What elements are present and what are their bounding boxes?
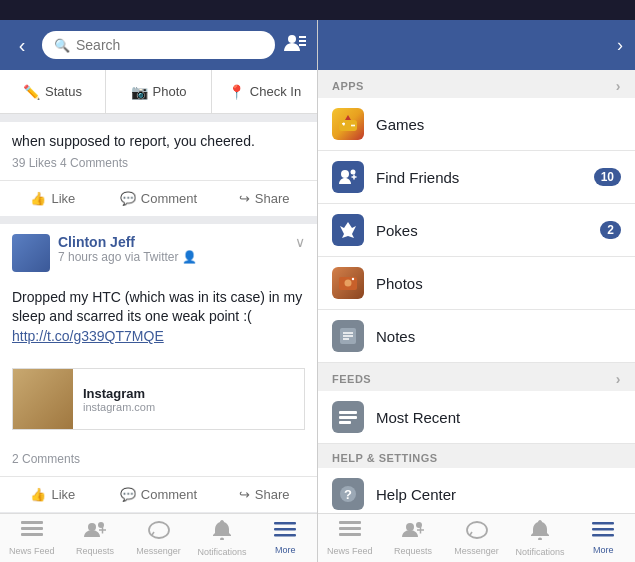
section-chevron-apps[interactable]: › — [616, 78, 621, 94]
share-button-2[interactable]: ↪ Share — [211, 483, 317, 506]
post-actions: 👍 Like 💬 Comment ↪ Share — [0, 180, 317, 216]
comment-button[interactable]: 💬 Comment — [106, 187, 212, 210]
post-text-2: Dropped my HTC (which was in its case) i… — [12, 288, 305, 347]
author-name[interactable]: Clinton Jeff — [58, 234, 287, 250]
photo-button[interactable]: 📷 Photo — [106, 70, 212, 113]
find-friends-badge: 10 — [594, 168, 621, 186]
search-icon: 🔍 — [54, 38, 70, 53]
twitter-icon: 👤 — [182, 250, 197, 264]
section-header-feeds: FEEDS › — [318, 363, 635, 391]
find-friends-label: Find Friends — [376, 169, 582, 186]
svg-point-52 — [538, 537, 542, 540]
comment-button-2[interactable]: 💬 Comment — [106, 483, 212, 506]
pokes-label: Pokes — [376, 222, 588, 239]
right-panel: › APPS › Games — [318, 20, 635, 562]
tab-requests-left[interactable]: Requests — [63, 514, 126, 562]
svg-point-20 — [351, 125, 353, 127]
tab-notifications-right[interactable]: Notifications — [508, 514, 571, 562]
checkin-button[interactable]: 📍 Check In — [212, 70, 317, 113]
svg-rect-45 — [339, 527, 361, 530]
tab-label: Requests — [76, 546, 114, 556]
comment-count: 2 Comments — [12, 452, 305, 466]
photos-icon — [332, 267, 364, 299]
help-center-icon: ? — [332, 478, 364, 510]
svg-point-47 — [406, 523, 414, 531]
svg-rect-53 — [592, 522, 614, 525]
pokes-icon — [332, 214, 364, 246]
section-header-help: HELP & SETTINGS — [318, 444, 635, 468]
right-content: APPS › Games — [318, 70, 635, 513]
like-label: Like — [51, 191, 75, 206]
menu-item-pokes[interactable]: Pokes 2 — [318, 204, 635, 257]
svg-rect-55 — [592, 534, 614, 537]
post-header: Clinton Jeff 7 hours ago via Twitter 👤 ∨ — [0, 224, 317, 278]
tab-label: More — [593, 545, 614, 555]
tab-more-right[interactable]: More — [572, 514, 635, 562]
menu-item-find-friends[interactable]: Find Friends 10 — [318, 151, 635, 204]
post-time: 7 hours ago via Twitter 👤 — [58, 250, 287, 264]
menu-item-most-recent[interactable]: Most Recent — [318, 391, 635, 444]
back-button[interactable]: ‹ — [10, 34, 34, 57]
tab-messenger-right[interactable]: Messenger — [445, 514, 508, 562]
tab-messenger-left[interactable]: Messenger — [127, 514, 190, 562]
tab-requests-right[interactable]: Requests — [381, 514, 444, 562]
search-input[interactable] — [76, 37, 263, 53]
menu-item-photos[interactable]: Photos — [318, 257, 635, 310]
section-header-apps: APPS › — [318, 70, 635, 98]
search-input-wrap: 🔍 — [42, 31, 275, 59]
section-chevron-feeds[interactable]: › — [616, 371, 621, 387]
status-button[interactable]: ✏️ Status — [0, 70, 106, 113]
link-thumbnail — [13, 369, 73, 429]
comment-icon: 💬 — [120, 191, 136, 206]
svg-point-7 — [88, 523, 96, 531]
notifications-icon-right — [531, 520, 549, 545]
search-bar: ‹ 🔍 — [0, 20, 317, 70]
main-layout: ‹ 🔍 ✏️ Status 📷 — [0, 20, 635, 562]
post-body: when supposed to report, you cheered. 39… — [0, 122, 317, 180]
right-chevron-icon[interactable]: › — [617, 35, 623, 56]
post-text: when supposed to report, you cheered. — [12, 132, 305, 152]
avatar — [12, 234, 50, 272]
news-feed-icon-right — [339, 521, 361, 544]
tab-news-feed-left[interactable]: News Feed — [0, 514, 63, 562]
svg-point-12 — [220, 537, 224, 540]
like-button[interactable]: 👍 Like — [0, 187, 106, 210]
notifications-icon — [213, 520, 231, 545]
like-icon-2: 👍 — [30, 487, 46, 502]
post-menu-chevron[interactable]: ∨ — [295, 234, 305, 250]
svg-point-11 — [149, 522, 169, 538]
news-feed-icon — [21, 521, 43, 544]
pokes-badge: 2 — [600, 221, 621, 239]
right-search-bar: › — [318, 20, 635, 70]
svg-point-27 — [345, 280, 352, 287]
menu-item-games[interactable]: Games — [318, 98, 635, 151]
link-preview[interactable]: Instagram instagram.com — [12, 368, 305, 430]
svg-rect-4 — [21, 521, 43, 524]
more-icon-right — [592, 522, 614, 543]
avatar-image — [12, 234, 50, 272]
photos-label: Photos — [376, 275, 621, 292]
svg-point-21 — [353, 125, 355, 127]
post-body-2: Dropped my HTC (which was in its case) i… — [0, 278, 317, 361]
menu-item-help-center[interactable]: ? Help Center — [318, 468, 635, 513]
post-card-2: Clinton Jeff 7 hours ago via Twitter 👤 ∨… — [0, 224, 317, 513]
share-button[interactable]: ↪ Share — [211, 187, 317, 210]
share-label: Share — [255, 191, 290, 206]
link-title: Instagram — [83, 386, 155, 401]
post-meta: 39 Likes 4 Comments — [12, 156, 305, 170]
photo-label: Photo — [153, 84, 187, 99]
post-link[interactable]: http://t.co/g339QT7MQE — [12, 328, 164, 344]
tab-label: News Feed — [327, 546, 373, 556]
tab-notifications-left[interactable]: Notifications — [190, 514, 253, 562]
like-button-2[interactable]: 👍 Like — [0, 483, 106, 506]
action-bar: ✏️ Status 📷 Photo 📍 Check In — [0, 70, 317, 114]
share-icon: ↪ — [239, 191, 250, 206]
svg-rect-14 — [274, 528, 296, 531]
tab-news-feed-right[interactable]: News Feed — [318, 514, 381, 562]
profile-icon-button[interactable] — [283, 33, 307, 58]
menu-item-notes[interactable]: Notes — [318, 310, 635, 363]
svg-marker-17 — [345, 115, 351, 120]
most-recent-icon — [332, 401, 364, 433]
tab-more-left[interactable]: More — [254, 514, 317, 562]
checkin-icon: 📍 — [228, 84, 245, 100]
